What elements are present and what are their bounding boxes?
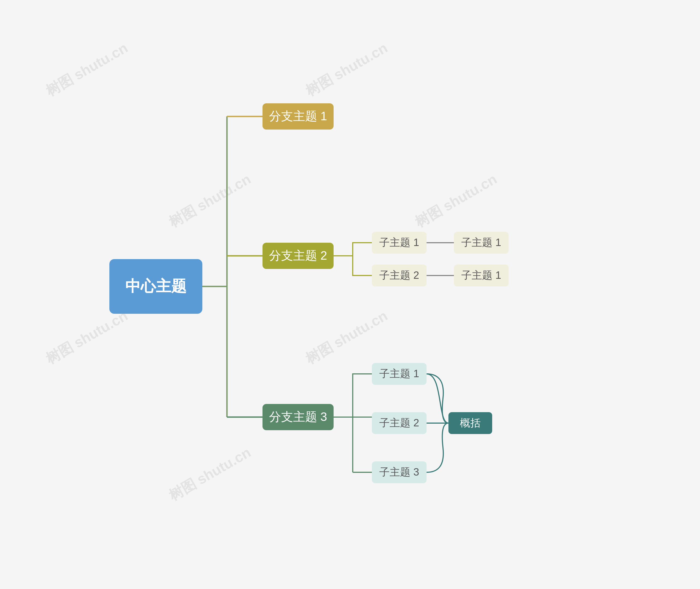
mind-map-diagram: 中心主题 分支主题 1 分支主题 2 分支主题 3 子主题 1 子主题 2 子主… [76,35,624,554]
sub22-node[interactable]: 子主题 2 [372,264,426,286]
sub21-node[interactable]: 子主题 1 [372,232,426,254]
center-node[interactable]: 中心主题 [110,259,202,314]
summary-label: 概括 [460,416,481,430]
sub33-label: 子主题 3 [379,465,419,479]
center-node-label: 中心主题 [125,276,186,297]
sub22-label: 子主题 2 [379,268,419,282]
branch3-label: 分支主题 3 [269,409,327,425]
sub31-label: 子主题 1 [379,367,419,381]
branch1-node[interactable]: 分支主题 1 [262,103,334,130]
branch2-node[interactable]: 分支主题 2 [262,243,334,269]
sub32-label: 子主题 2 [379,416,419,430]
branch3-node[interactable]: 分支主题 3 [262,404,334,430]
subsub221-node[interactable]: 子主题 1 [454,264,509,286]
sub33-node[interactable]: 子主题 3 [372,461,426,483]
branch2-label: 分支主题 2 [269,248,327,264]
sub21-label: 子主题 1 [379,236,419,249]
subsub211-node[interactable]: 子主题 1 [454,232,509,254]
summary-node[interactable]: 概括 [449,412,492,434]
branch1-label: 分支主题 1 [269,108,327,124]
subsub211-label: 子主题 1 [461,236,501,249]
sub31-node[interactable]: 子主题 1 [372,363,426,385]
subsub221-label: 子主题 1 [461,268,501,282]
sub32-node[interactable]: 子主题 2 [372,412,426,434]
